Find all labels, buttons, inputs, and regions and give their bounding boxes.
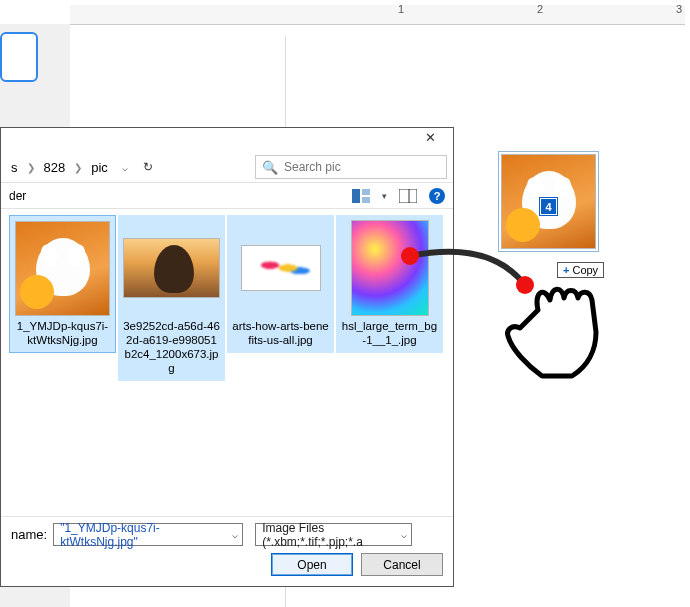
open-button[interactable]: Open [271, 553, 353, 576]
breadcrumb-seg[interactable]: pic [87, 158, 112, 177]
chevron-right-icon: ❯ [23, 162, 39, 173]
search-field[interactable] [284, 160, 440, 174]
svg-rect-0 [352, 189, 360, 203]
ruler: 1 2 3 [70, 5, 685, 25]
copy-tooltip-label: Copy [572, 264, 598, 276]
ruler-tick: 1 [398, 3, 404, 15]
filename-value: "1_YMJDp-kqus7i-ktWtksNjg.jpg" [60, 521, 232, 549]
svg-rect-1 [362, 189, 370, 195]
file-name: 1_YMJDp-kqus7i-ktWtksNjg.jpg [12, 319, 113, 347]
view-mode-button[interactable] [350, 186, 372, 206]
chevron-down-icon: ⌵ [401, 529, 407, 540]
sidebar-fragment-label: der [9, 189, 26, 203]
help-icon[interactable]: ? [429, 188, 445, 204]
file-grid: 1_YMJDp-kqus7i-ktWtksNjg.jpg 3e9252cd-a5… [1, 209, 453, 519]
breadcrumb-seg[interactable]: s [7, 158, 22, 177]
cancel-button[interactable]: Cancel [361, 553, 443, 576]
file-open-dialog: ✕ s ❯ 828 ❯ pic ⌵ ↻ 🔍 der ▾ ? 1_YMJDp-kq [0, 127, 454, 587]
file-thumbnail [351, 220, 429, 316]
plus-icon: + [563, 264, 569, 276]
file-thumbnail [123, 238, 220, 298]
filename-combo[interactable]: "1_YMJDp-kqus7i-ktWtksNjg.jpg" ⌵ [53, 523, 243, 546]
file-thumbnail [241, 245, 321, 291]
file-name: hsl_large_term_bg-1__1_.jpg [339, 319, 440, 347]
selected-object-outline [0, 32, 38, 82]
breadcrumb-dropdown[interactable]: ⌵ [118, 162, 132, 173]
view-mode-dropdown[interactable]: ▾ [382, 191, 387, 201]
file-item[interactable]: 1_YMJDp-kqus7i-ktWtksNjg.jpg [9, 215, 116, 353]
ruler-tick: 2 [537, 3, 543, 15]
copy-tooltip: + Copy [557, 262, 604, 278]
svg-rect-3 [399, 189, 417, 203]
file-item[interactable]: hsl_large_term_bg-1__1_.jpg [336, 215, 443, 353]
filetype-combo[interactable]: Image Files (*.xbm;*.tif;*.pjp;*.a ⌵ [255, 523, 412, 546]
close-button[interactable]: ✕ [411, 130, 449, 150]
file-name: 3e9252cd-a56d-462d-a619-e998051b2c4_1200… [121, 319, 222, 375]
search-input[interactable]: 🔍 [255, 155, 447, 179]
file-item[interactable]: 3e9252cd-a56d-462d-a619-e998051b2c4_1200… [118, 215, 225, 381]
filename-label: name: [11, 527, 47, 542]
filetype-value: Image Files (*.xbm;*.tif;*.pjp;*.a [262, 521, 401, 549]
file-thumbnail [15, 221, 110, 316]
file-item[interactable]: arts-how-arts-benefits-us-all.jpg [227, 215, 334, 353]
breadcrumb-seg[interactable]: 828 [40, 158, 70, 177]
svg-rect-2 [362, 197, 370, 203]
search-icon: 🔍 [262, 160, 278, 175]
chevron-down-icon: ⌵ [232, 529, 238, 540]
file-name: arts-how-arts-benefits-us-all.jpg [230, 319, 331, 347]
breadcrumb[interactable]: s ❯ 828 ❯ pic [7, 158, 112, 177]
page-indicator-badge: 4 [540, 198, 557, 215]
ruler-tick: 3 [676, 3, 682, 15]
refresh-button[interactable]: ↻ [138, 160, 158, 174]
chevron-right-icon: ❯ [70, 162, 86, 173]
preview-pane-button[interactable] [397, 186, 419, 206]
